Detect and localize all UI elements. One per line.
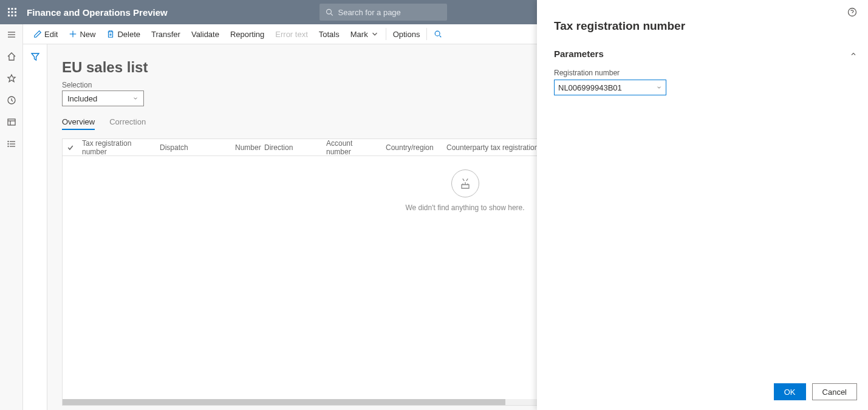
col-direction[interactable]: Direction <box>261 143 323 152</box>
col-number[interactable]: Number <box>231 143 261 152</box>
totals-button[interactable]: Totals <box>313 24 345 44</box>
search-icon <box>434 30 442 38</box>
svg-rect-3 <box>8 12 10 13</box>
hamburger-button[interactable] <box>6 29 17 40</box>
registration-number-value: NL006999943B01 <box>558 83 622 92</box>
search-icon <box>326 8 333 16</box>
global-search[interactable] <box>320 4 447 21</box>
edit-icon <box>33 30 42 38</box>
help-button[interactable] <box>847 7 857 17</box>
filter-button[interactable] <box>30 52 40 63</box>
tab-overview[interactable]: Overview <box>62 117 95 130</box>
svg-point-9 <box>327 9 332 14</box>
scrollbar-thumb[interactable] <box>63 399 505 405</box>
options-label: Options <box>393 30 420 39</box>
cancel-button[interactable]: Cancel <box>812 383 857 400</box>
mark-button[interactable]: Mark <box>345 24 384 44</box>
svg-rect-2 <box>15 8 16 10</box>
dialog-title: Tax registration number <box>554 19 857 33</box>
svg-point-21 <box>8 142 9 142</box>
delete-label: Delete <box>117 30 140 39</box>
hamburger-icon <box>7 30 16 39</box>
transfer-label: Transfer <box>151 30 180 39</box>
workspaces-button[interactable] <box>6 117 17 128</box>
edit-button[interactable]: Edit <box>28 24 63 44</box>
col-account[interactable]: Account number <box>323 139 382 156</box>
recent-button[interactable] <box>6 95 17 106</box>
totals-label: Totals <box>319 30 340 39</box>
validate-button[interactable]: Validate <box>186 24 225 44</box>
app-title: Finance and Operations Preview <box>27 7 168 18</box>
empty-text: We didn't find anything to show here. <box>405 203 524 212</box>
nav-rail <box>0 24 23 410</box>
svg-point-23 <box>8 146 9 147</box>
registration-number-dropdown[interactable]: NL006999943B01 <box>554 80 666 95</box>
check-icon <box>67 144 74 151</box>
svg-rect-8 <box>15 15 16 16</box>
validate-label: Validate <box>191 30 219 39</box>
chevron-down-icon <box>132 95 138 101</box>
clock-icon <box>7 95 16 105</box>
new-label: New <box>80 30 95 39</box>
find-button[interactable] <box>428 24 448 44</box>
parameters-section-header[interactable]: Parameters <box>554 49 857 59</box>
home-button[interactable] <box>6 51 17 62</box>
filter-icon <box>30 52 40 61</box>
toolbar-separator <box>426 28 427 40</box>
global-search-input[interactable] <box>338 8 441 17</box>
tab-correction[interactable]: Correction <box>109 117 146 130</box>
toolbar-separator <box>386 28 386 40</box>
workspace-icon <box>7 117 16 127</box>
transfer-button[interactable]: Transfer <box>146 24 186 44</box>
col-dispatch[interactable]: Dispatch <box>156 143 231 152</box>
svg-rect-6 <box>8 15 10 16</box>
help-icon <box>847 7 857 17</box>
filter-rail <box>23 44 47 410</box>
options-button[interactable]: Options <box>388 24 426 44</box>
reporting-label: Reporting <box>230 30 264 39</box>
list-icon <box>7 139 16 149</box>
chevron-down-icon <box>656 84 662 91</box>
favorites-button[interactable] <box>6 73 17 84</box>
ok-button[interactable]: OK <box>774 383 806 400</box>
reporting-button[interactable]: Reporting <box>225 24 270 44</box>
selection-dropdown[interactable]: Included <box>62 91 144 106</box>
svg-point-28 <box>849 9 856 16</box>
waffle-icon <box>7 7 17 17</box>
svg-line-27 <box>440 36 442 38</box>
error-text-button: Error text <box>270 24 313 44</box>
plant-icon <box>458 176 473 191</box>
svg-rect-0 <box>8 8 10 10</box>
chevron-up-icon <box>850 50 857 58</box>
svg-rect-4 <box>12 12 13 13</box>
svg-rect-1 <box>12 8 13 10</box>
parameters-label: Parameters <box>554 49 604 59</box>
svg-rect-5 <box>15 12 16 13</box>
plus-icon <box>69 30 77 38</box>
modules-button[interactable] <box>6 138 17 149</box>
chevron-down-icon <box>371 30 379 38</box>
svg-rect-7 <box>12 15 13 16</box>
selection-value: Included <box>67 94 97 103</box>
star-icon <box>7 73 16 83</box>
svg-rect-15 <box>8 119 15 125</box>
svg-line-10 <box>331 13 333 15</box>
edit-label: Edit <box>44 30 58 39</box>
select-all-checkbox[interactable] <box>63 144 78 151</box>
svg-point-22 <box>8 144 9 145</box>
mark-label: Mark <box>350 30 368 39</box>
new-button[interactable]: New <box>63 24 101 44</box>
empty-illustration <box>451 169 479 197</box>
col-country[interactable]: Country/region <box>382 143 443 152</box>
dialog-panel: Tax registration number Parameters Regis… <box>537 0 868 410</box>
home-icon <box>7 52 16 61</box>
svg-point-26 <box>436 31 440 36</box>
trash-icon <box>106 30 115 38</box>
col-tax-registration[interactable]: Tax registration number <box>78 139 156 156</box>
registration-number-label: Registration number <box>554 69 857 77</box>
error-text-label: Error text <box>275 30 307 39</box>
app-launcher-button[interactable] <box>0 0 24 24</box>
delete-button[interactable]: Delete <box>101 24 146 44</box>
